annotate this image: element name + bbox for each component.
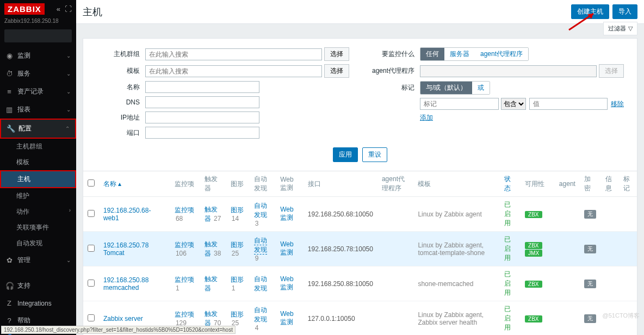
apply-button[interactable]: 应用 [333,147,358,162]
port-input[interactable] [145,127,259,139]
create-host-button[interactable]: 创建主机 [571,4,609,19]
nav-sub-discovery[interactable]: 自动发现 [0,235,76,251]
reset-button[interactable]: 重设 [362,147,387,162]
nav-service[interactable]: ⏱服务⌄ [0,65,76,83]
nav-sub-actions[interactable]: 动作› [0,204,76,220]
nav-admin[interactable]: ✿管理⌄ [0,251,76,269]
name-input[interactable] [145,81,259,93]
tag-op-select[interactable]: 包含 [501,98,526,110]
nav-sub-maintenance[interactable]: 维护 [0,188,76,204]
table-row[interactable]: 192.168.250.68-web1监控项 68触发器 27图形 14自动发现… [83,197,637,232]
tags-segment[interactable]: 与/或（默认） 或 [420,81,490,95]
watermark: @51CTO博客 [603,312,640,320]
tag-add-link[interactable]: 添加 [420,113,433,122]
filter-icon: ▽ [628,25,633,32]
table-row[interactable]: 192.168.250.78 Tomcat监控项 106触发器 38图形 25自… [83,232,637,266]
filter-panel: 主机群组选择 模板选择 名称 DNS IP地址 端口 要监控什么 任何 服务器 … [83,38,637,171]
tag-name-input[interactable] [420,98,499,110]
table-row[interactable]: 192.168.250.88 memcached监控项 1触发器图形 1自动发现… [83,266,637,301]
page-title: 主机 [83,5,102,18]
host-link[interactable]: 192.168.250.88 memcached [103,276,148,291]
main: 主机 创建主机 导入 过滤器▽ 主机群组选择 模板选择 名称 DNS IP地址 … [76,0,644,335]
host-link[interactable]: Zabbix server [103,315,143,322]
row-checkbox[interactable] [88,314,95,321]
logo: ZABBIX [4,3,45,15]
template-input[interactable] [145,65,322,77]
dns-input[interactable] [145,96,259,108]
search-input[interactable] [8,33,83,39]
row-checkbox[interactable] [88,210,95,217]
import-button[interactable]: 导入 [612,4,637,19]
nav-monitor[interactable]: ◉监测⌄ [0,47,76,65]
sidebar-search[interactable]: 🔍 [4,29,72,42]
expand-icon[interactable]: ⛶ [65,5,72,13]
nav-reports[interactable]: ▥报表⌄ [0,101,76,119]
select-all-checkbox[interactable] [88,179,95,187]
tag-remove-link[interactable]: 移除 [611,100,624,109]
nav-sub-hostgroups[interactable]: 主机群组 [0,139,76,154]
ip-input[interactable] [145,111,259,123]
template-select-btn[interactable]: 选择 [324,64,349,78]
nav-sub-correlation[interactable]: 关联项事件 [0,220,76,235]
nav-config[interactable]: 🔧配置⌃ [0,119,76,139]
page-header: 主机 创建主机 导入 [76,0,644,24]
monitor-segment[interactable]: 任何 服务器 agent代理程序 [420,47,529,61]
nav-sub-hosts[interactable]: 主机 [0,170,76,188]
host-link[interactable]: 192.168.250.78 Tomcat [103,241,148,257]
proxy-select-btn: 选择 [599,64,624,78]
hostgroup-select-btn[interactable]: 选择 [324,47,349,61]
col-status[interactable]: 状态 [500,171,521,197]
filter-toggle[interactable]: 过滤器▽ [603,22,637,35]
proxy-input [420,65,597,77]
col-name[interactable]: 名称 ▴ [99,171,170,197]
nav-integrations[interactable]: ZIntegrations [0,295,76,312]
nav-support[interactable]: 🎧支持 [0,277,76,295]
collapse-icon[interactable]: « [57,5,60,13]
nav-inventory[interactable]: ≡资产记录⌄ [0,83,76,101]
nav-sub-templates[interactable]: 模板 [0,154,76,170]
row-checkbox[interactable] [88,245,95,252]
hostgroup-input[interactable] [145,48,322,60]
status-bar: 192.168.250.18/host_discovery.php?filter… [1,326,236,334]
row-checkbox[interactable] [88,280,95,287]
tag-value-input[interactable] [529,98,608,110]
hosts-table: 名称 ▴ 监控项 触发器 图形 自动发现 Web监测 接口 agent代理程序 … [83,171,637,335]
sidebar: ZABBIX « ⛶ Zabbix192.168.250.18 🔍 ◉监测⌄ ⏱… [0,0,76,335]
server-text: Zabbix192.168.250.18 [0,18,76,27]
host-link[interactable]: 192.168.250.68-web1 [103,207,151,222]
